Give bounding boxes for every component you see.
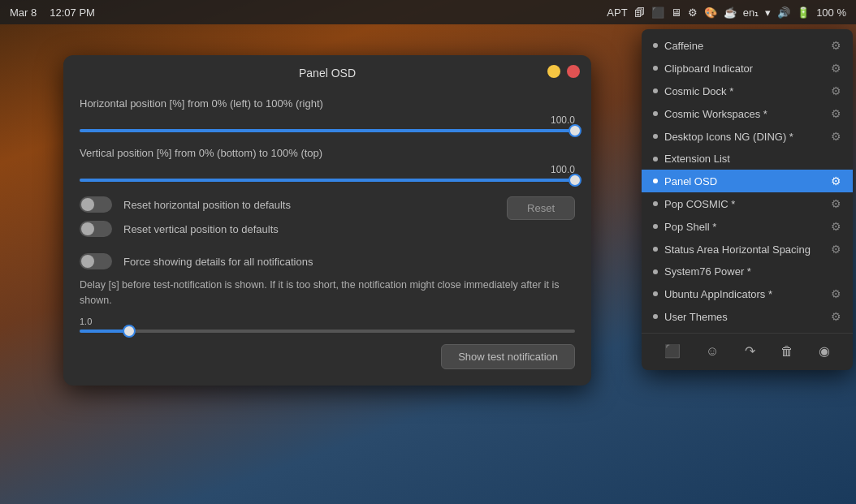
ext-tool-eye[interactable]: ◉ xyxy=(812,340,837,362)
ext-gear-icon[interactable]: ⚙ xyxy=(831,107,841,120)
horizontal-value: 100.0 xyxy=(80,114,575,126)
ext-item-left: Clipboard Indicator xyxy=(653,62,753,75)
minimize-button[interactable] xyxy=(547,65,560,78)
monitor-icon: 🖥 xyxy=(671,6,681,19)
ext-dot xyxy=(653,88,658,93)
settings-icon: ⚙ xyxy=(688,6,698,19)
window-controls xyxy=(547,65,580,78)
ext-item-left: Pop COSMIC * xyxy=(653,198,735,210)
ext-gear-icon[interactable]: ⚙ xyxy=(831,84,841,97)
notif-btn-row: Show test notification xyxy=(80,344,575,369)
ext-item-left: Ubuntu AppIndicators * xyxy=(653,288,772,300)
ext-item-extension-list[interactable]: Extension List xyxy=(642,148,853,170)
volume-icon: 🔊 xyxy=(777,6,790,19)
ext-item-label: Ubuntu AppIndicators * xyxy=(664,288,772,300)
ext-item-left: Pop Shell * xyxy=(653,221,716,233)
ext-item-left: System76 Power * xyxy=(653,265,751,278)
ext-tool-trash[interactable]: 🗑 xyxy=(774,341,800,362)
vertical-value: 100.0 xyxy=(80,164,575,175)
topbar-keyboard[interactable]: en₁ xyxy=(743,6,759,19)
horizontal-thumb[interactable] xyxy=(569,124,581,137)
ext-gear-icon[interactable]: ⚙ xyxy=(831,220,841,233)
battery-icon: 🔋 xyxy=(797,6,810,19)
horizontal-slider-section: Horizontal position [%] from 0% (left) t… xyxy=(80,97,575,132)
topbar-date: Mar 8 xyxy=(10,6,37,19)
ext-gear-icon[interactable]: ⚙ xyxy=(831,243,841,256)
delay-track[interactable] xyxy=(80,330,575,333)
color-icon: 🎨 xyxy=(704,6,717,19)
ext-item-cosmic-workspaces--[interactable]: Cosmic Workspaces *⚙ xyxy=(642,102,853,125)
horizontal-label: Horizontal position [%] from 0% (left) t… xyxy=(80,97,575,110)
ext-item-label: Status Area Horizontal Spacing xyxy=(664,243,811,256)
ext-item-clipboard-indicator[interactable]: Clipboard Indicator⚙ xyxy=(642,57,853,80)
ext-dot xyxy=(653,66,658,71)
ext-item-caffeine[interactable]: Caffeine⚙ xyxy=(642,34,853,57)
ext-item-status-area-horizontal-spacing[interactable]: Status Area Horizontal Spacing⚙ xyxy=(642,238,853,261)
vertical-slider-section: Vertical position [%] from 0% (bottom) t… xyxy=(80,147,575,182)
ext-item-left: Cosmic Dock * xyxy=(653,85,733,97)
panel-content: Horizontal position [%] from 0% (left) t… xyxy=(63,88,591,386)
wifi-icon: ▾ xyxy=(765,6,771,19)
delay-fill xyxy=(80,330,129,333)
topbar-apt[interactable]: APT xyxy=(607,6,627,19)
ext-gear-icon[interactable]: ⚙ xyxy=(831,174,841,187)
ext-item-label: Cosmic Dock * xyxy=(664,85,733,97)
ext-item-label: User Themes xyxy=(664,311,728,323)
ext-dot xyxy=(653,269,658,274)
toggle-2[interactable] xyxy=(80,221,112,237)
ext-item-user-themes[interactable]: User Themes⚙ xyxy=(642,305,853,328)
ext-item-label: Caffeine xyxy=(664,40,703,52)
toggle-3[interactable] xyxy=(80,253,112,269)
delay-thumb[interactable] xyxy=(123,325,136,338)
ext-dot xyxy=(653,179,658,183)
show-test-notification-button[interactable]: Show test notification xyxy=(441,344,575,369)
close-button[interactable] xyxy=(567,65,580,78)
ext-item-label: Cosmic Workspaces * xyxy=(664,108,767,120)
reset-button[interactable]: Reset xyxy=(507,196,575,220)
ext-item-pop-cosmic--[interactable]: Pop COSMIC *⚙ xyxy=(642,192,853,215)
ext-item-ubuntu-appindicators--[interactable]: Ubuntu AppIndicators *⚙ xyxy=(642,282,853,305)
ext-item-label: Extension List xyxy=(664,153,730,165)
delay-description: Delay [s] before test-notification is sh… xyxy=(80,278,575,308)
ext-item-pop-shell--[interactable]: Pop Shell *⚙ xyxy=(642,215,853,238)
ext-gear-icon[interactable]: ⚙ xyxy=(831,130,841,143)
ext-gear-icon[interactable]: ⚙ xyxy=(831,287,841,300)
ext-gear-icon[interactable]: ⚙ xyxy=(831,39,841,52)
extensions-toolbar: ⬛ ☺ ↷ 🗑 ◉ xyxy=(642,333,853,365)
ext-item-label: Desktop Icons NG (DING) * xyxy=(664,131,793,143)
topbar-right: APT 🗐 ⬛ 🖥 ⚙ 🎨 ☕ en₁ ▾ 🔊 🔋 100 % xyxy=(607,6,846,19)
delay-value: 1.0 xyxy=(80,317,575,326)
panel-title: Panel OSD xyxy=(299,67,356,80)
toggle-row-1: Reset horizontal position to defaults xyxy=(80,196,291,213)
ext-dot xyxy=(653,291,658,296)
toggle-1-label: Reset horizontal position to defaults xyxy=(123,199,291,211)
ext-item-left: Extension List xyxy=(653,153,730,165)
ext-item-left: Panel OSD xyxy=(653,175,717,187)
cup-icon: ☕ xyxy=(724,6,737,19)
ext-gear-icon[interactable]: ⚙ xyxy=(831,197,841,210)
ext-tool-smiley[interactable]: ☺ xyxy=(699,341,725,362)
toggle-row-2: Reset vertical position to defaults xyxy=(80,221,291,237)
horizontal-track[interactable] xyxy=(80,129,575,132)
ext-tool-puzzle[interactable]: ⬛ xyxy=(658,340,687,362)
ext-dot xyxy=(653,224,658,229)
delay-section: Delay [s] before test-notification is sh… xyxy=(80,278,575,333)
ext-dot xyxy=(653,134,658,139)
ext-item-cosmic-dock--[interactable]: Cosmic Dock *⚙ xyxy=(642,80,853,102)
ext-item-left: Desktop Icons NG (DING) * xyxy=(653,131,793,143)
ext-item-panel-osd[interactable]: Panel OSD⚙ xyxy=(642,170,853,192)
toggle-1[interactable] xyxy=(80,196,112,213)
ext-item-left: Status Area Horizontal Spacing xyxy=(653,243,811,256)
ext-gear-icon[interactable]: ⚙ xyxy=(831,62,841,75)
clipboard-icon: 🗐 xyxy=(634,6,645,19)
ext-item-label: Clipboard Indicator xyxy=(664,62,753,75)
ext-tool-redo[interactable]: ↷ xyxy=(738,340,762,362)
ext-dot xyxy=(653,247,658,252)
vertical-track[interactable] xyxy=(80,179,575,182)
ext-item-system76-power--[interactable]: System76 Power * xyxy=(642,261,853,282)
ext-item-left: Cosmic Workspaces * xyxy=(653,108,767,120)
ext-gear-icon[interactable]: ⚙ xyxy=(831,310,841,323)
vertical-thumb[interactable] xyxy=(569,174,581,187)
toggles-column: Reset horizontal position to defaults Re… xyxy=(80,196,291,245)
ext-item-desktop-icons-ng--ding---[interactable]: Desktop Icons NG (DING) *⚙ xyxy=(642,125,853,148)
